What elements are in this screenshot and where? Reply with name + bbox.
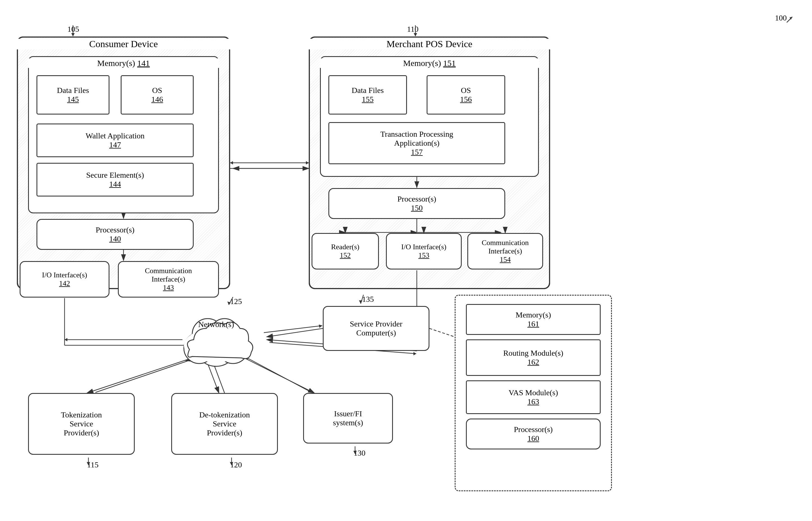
detokenization-box: De-tokenizationServiceProvider(s) — [171, 393, 278, 455]
service-provider-box: Service ProviderComputer(s) — [323, 306, 430, 351]
issuer-box: Issuer/FIsystem(s) — [303, 393, 393, 444]
ref-135: 135 — [362, 295, 374, 304]
memory-161-box: Memory(s) 161 — [466, 304, 601, 335]
ref-110: 110 — [407, 25, 418, 34]
consumer-device-title: Consumer Device — [17, 39, 230, 49]
memory-151-label: Memory(s) 151 — [320, 59, 539, 68]
svg-marker-1 — [790, 17, 792, 20]
processor-160-box: Processor(s) 160 — [466, 418, 601, 449]
os-146-box: OS146 — [121, 75, 194, 115]
network-cloud — [168, 300, 264, 373]
network-label: Network(s) — [171, 320, 261, 329]
svg-line-53 — [430, 329, 455, 337]
os-156-box: OS156 — [427, 75, 505, 115]
ref-130: 130 — [354, 449, 366, 457]
ref-115: 115 — [87, 460, 98, 469]
diagram-container: 100 Consumer Device 105 Memory(s) 141 Da… — [0, 0, 812, 521]
svg-marker-30 — [306, 161, 309, 164]
comm-154-box: CommunicationInterface(s) 154 — [467, 233, 543, 270]
data-files-155-box: Data Files155 — [328, 75, 407, 115]
svg-marker-29 — [230, 161, 233, 164]
secure-144-box: Secure Element(s) 144 — [37, 163, 194, 197]
ref-120: 120 — [230, 460, 242, 469]
io-153-box: I/O Interface(s)153 — [386, 233, 462, 270]
txn-157-box: Transaction ProcessingApplication(s) 157 — [328, 122, 505, 164]
memory-141-label: Memory(s) 141 — [28, 59, 219, 68]
tokenization-box: TokenizationServiceProvider(s) — [28, 393, 135, 455]
svg-line-46 — [266, 329, 323, 337]
svg-marker-52 — [413, 352, 416, 355]
service-provider-detail-box: Memory(s) 161 Routing Module(s)162 VAS M… — [455, 295, 612, 491]
svg-marker-48 — [319, 324, 322, 328]
data-files-145-box: Data Files145 — [37, 75, 110, 115]
wallet-147-box: Wallet Application 147 — [37, 123, 194, 157]
processor-150-box: Processor(s) 150 — [328, 188, 505, 219]
ref-105: 105 — [67, 25, 79, 34]
ref-125: 125 — [230, 297, 242, 306]
comm-143-box: CommunicationInterface(s) 143 — [118, 261, 219, 298]
io-142-box: I/O Interface(s)142 — [20, 261, 110, 298]
vas-163-box: VAS Module(s) 163 — [466, 380, 601, 414]
merchant-device-title: Merchant POS Device — [309, 39, 550, 49]
svg-line-0 — [787, 17, 792, 22]
ref-100: 100 — [775, 14, 787, 22]
svg-marker-34 — [65, 338, 67, 341]
routing-162-box: Routing Module(s)162 — [466, 339, 601, 376]
processor-140-box: Processor(s) 140 — [37, 219, 194, 250]
svg-line-47 — [264, 325, 322, 333]
reader-152-box: Reader(s) 152 — [311, 233, 379, 270]
